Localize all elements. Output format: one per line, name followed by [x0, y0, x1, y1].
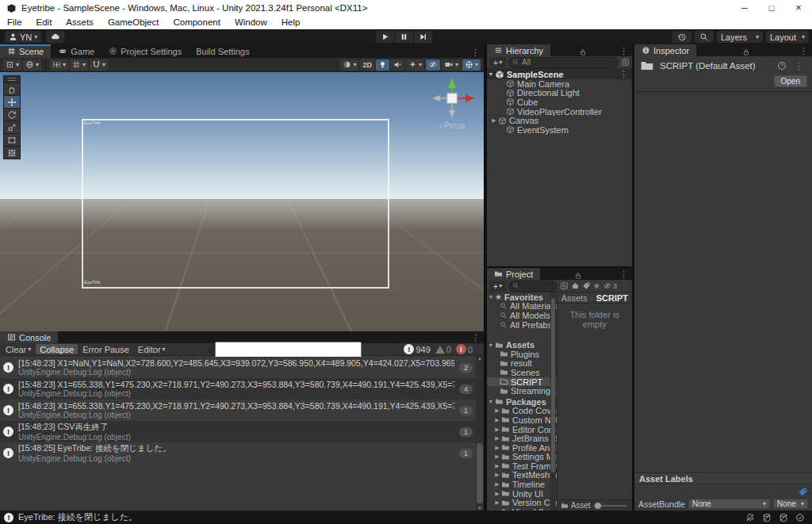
- menu-file[interactable]: File: [0, 17, 29, 27]
- tool-settings-dropdown[interactable]: ▾: [3, 59, 21, 71]
- scene-panel-menu[interactable]: ⋮: [467, 48, 484, 58]
- icon-size-slider[interactable]: [593, 505, 627, 507]
- clear-button[interactable]: Clear▾: [2, 344, 35, 354]
- expander-icon[interactable]: ▶: [493, 453, 501, 460]
- step-button[interactable]: [414, 31, 432, 43]
- global-search-button[interactable]: [695, 31, 714, 43]
- grid-snap-dropdown[interactable]: ▾: [70, 59, 88, 71]
- scale-tool-button[interactable]: [3, 120, 21, 133]
- tab-scene[interactable]: Scene: [0, 44, 51, 58]
- console-entry[interactable]: ! [15:48:23] X1=NaN,Y1=NaN,X2=728.600,Y2…: [0, 357, 476, 378]
- shading-mode-dropdown[interactable]: ▾: [340, 59, 358, 71]
- expander-icon[interactable]: ▼: [487, 342, 495, 348]
- package-item[interactable]: ▶Test Framework: [487, 461, 557, 471]
- hierarchy-panel-menu[interactable]: ⋮: [615, 46, 632, 56]
- package-item[interactable]: ▶Unity UI: [487, 489, 557, 499]
- expander-icon[interactable]: ▶: [493, 407, 501, 414]
- tab-project[interactable]: Project: [487, 268, 540, 280]
- scroll-up-icon[interactable]: ▲: [476, 356, 484, 361]
- asset-header-menu[interactable]: ⋮: [791, 61, 807, 71]
- scene-row-menu[interactable]: ⋮: [615, 69, 632, 79]
- editor-dropdown[interactable]: Editor▾: [134, 344, 170, 354]
- package-item[interactable]: ▶Settings Manager: [487, 453, 557, 462]
- scene-viewport[interactable]: EyeTrib EyeTrib ‹ Persp: [0, 72, 484, 331]
- package-item[interactable]: ▶Code Coverage: [487, 407, 557, 416]
- hand-tool-button[interactable]: [3, 82, 21, 95]
- handle-orientation-dropdown[interactable]: ▾: [23, 59, 41, 71]
- effects-dropdown[interactable]: ▾: [406, 59, 424, 71]
- status-message[interactable]: EyeTribe: 接続を閉じました。: [18, 511, 137, 523]
- tab-build-settings[interactable]: Build Settings: [189, 44, 256, 58]
- expander-icon[interactable]: ▶: [493, 417, 501, 423]
- hierarchy-item-directional-light[interactable]: Directional Light: [487, 89, 632, 98]
- cloud-button[interactable]: [46, 31, 64, 43]
- lock-icon[interactable]: [574, 272, 582, 280]
- play-button[interactable]: [376, 31, 394, 43]
- inspector-panel-menu[interactable]: ⋮: [795, 46, 812, 56]
- package-item[interactable]: ▶JetBrains Rider: [487, 434, 557, 443]
- folder-streamingassets[interactable]: StreamingAssets: [487, 386, 557, 396]
- project-tree-scrollbar[interactable]: [550, 293, 556, 511]
- breadcrumb-assets[interactable]: Assets: [561, 293, 588, 303]
- package-item[interactable]: ▶Profile Analyzer: [487, 443, 557, 453]
- remote-cache-disabled-icon[interactable]: [779, 513, 788, 522]
- expander-icon[interactable]: ▼: [487, 71, 495, 77]
- log-count-toggle[interactable]: !949: [404, 344, 430, 354]
- console-entry[interactable]: ! [15:48:23] CSV再生終了UnityEngine.Debug:Lo…: [0, 421, 476, 442]
- package-item[interactable]: ▶Custom NUnit: [487, 415, 557, 425]
- favorite-all-prefabs[interactable]: All Prefabs: [487, 320, 557, 330]
- minimize-button[interactable]: ─: [731, 0, 758, 16]
- move-tool-button[interactable]: [3, 95, 21, 108]
- label-icon[interactable]: [582, 281, 591, 290]
- project-search-input[interactable]: [522, 281, 553, 290]
- hierarchy-item-canvas[interactable]: ▶ Canvas: [487, 116, 632, 125]
- console-panel-menu[interactable]: ⋮: [467, 333, 484, 343]
- hierarchy-search[interactable]: [508, 57, 619, 68]
- console-search[interactable]: [209, 345, 361, 355]
- assetbundle-variant-dropdown[interactable]: None▾: [773, 499, 808, 509]
- transform-tool-button[interactable]: [3, 146, 21, 159]
- slider-thumb[interactable]: [595, 503, 601, 509]
- close-button[interactable]: ×: [785, 0, 812, 16]
- camera-settings-dropdown[interactable]: ▾: [442, 59, 461, 71]
- favorites-root[interactable]: ▼★Favorites: [487, 293, 557, 302]
- menu-component[interactable]: Component: [166, 17, 227, 27]
- menu-assets[interactable]: Assets: [59, 17, 101, 27]
- folder-script-selected[interactable]: SCRIPT: [487, 377, 557, 387]
- hierarchy-scene-row[interactable]: ▼ SampleScene ⋮: [487, 69, 632, 79]
- create-asset-dropdown[interactable]: +▾: [489, 281, 506, 291]
- notifications-muted-icon[interactable]: [745, 513, 755, 522]
- increment-snap-dropdown[interactable]: ▾: [90, 59, 108, 71]
- scrollbar-thumb[interactable]: [477, 443, 483, 503]
- expander-icon[interactable]: ▶: [493, 491, 501, 497]
- tools-drag-handle[interactable]: [3, 75, 21, 82]
- layers-dropdown[interactable]: Layers ▾: [717, 31, 763, 43]
- create-object-dropdown[interactable]: +▾: [489, 57, 506, 67]
- project-search[interactable]: [508, 281, 557, 292]
- maximize-button[interactable]: □: [758, 0, 785, 16]
- hierarchy-item-main-camera[interactable]: Main Camera: [487, 79, 632, 89]
- error-count-toggle[interactable]: !0: [456, 344, 473, 354]
- hierarchy-item-cube[interactable]: Cube: [487, 98, 632, 107]
- hierarchy-item-eventsystem[interactable]: EventSystem: [487, 125, 632, 135]
- tab-project-settings[interactable]: Project Settings: [102, 44, 189, 58]
- expander-icon[interactable]: ▼: [487, 399, 495, 404]
- folder-plugins[interactable]: Plugins: [487, 350, 557, 359]
- console-entry[interactable]: ! [15:48:25] EyeTribe: 接続を閉じました。UnityEng…: [0, 442, 476, 464]
- pause-button[interactable]: [395, 31, 413, 43]
- collapse-toggle[interactable]: Collapse: [36, 344, 78, 354]
- package-item[interactable]: ▶TextMeshPro: [487, 471, 557, 480]
- menu-edit[interactable]: Edit: [29, 17, 59, 27]
- layout-dropdown[interactable]: Layout ▾: [766, 31, 809, 43]
- tab-game[interactable]: Game: [51, 44, 102, 58]
- canvas-gameobject-outline[interactable]: [82, 119, 389, 289]
- console-search-input[interactable]: [215, 342, 362, 358]
- toggle-2d-button[interactable]: 2D: [360, 59, 374, 71]
- tab-inspector[interactable]: Inspector: [634, 44, 696, 56]
- package-icon[interactable]: [571, 281, 580, 290]
- scene-audio-button[interactable]: [391, 59, 404, 71]
- scene-visibility-button[interactable]: [426, 59, 440, 71]
- expander-icon[interactable]: ▶: [493, 463, 501, 469]
- scene-lighting-button[interactable]: [376, 59, 389, 71]
- scrollbar-thumb[interactable]: [551, 298, 555, 472]
